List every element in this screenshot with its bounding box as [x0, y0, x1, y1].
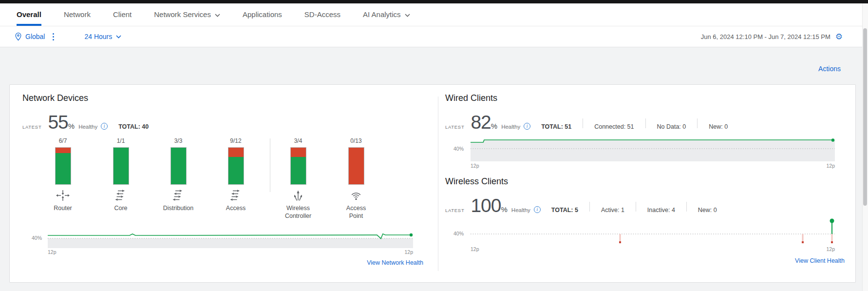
- stat-item: New: 0: [709, 123, 728, 130]
- tab-applications[interactable]: Applications: [243, 3, 282, 26]
- healthy-segment: [171, 148, 186, 184]
- latest-health-value: 100: [471, 195, 501, 216]
- device-healthy-ratio: 9/12: [212, 137, 259, 144]
- device-label: Distribution: [155, 204, 202, 212]
- device-category-access-point: 0/13AccessPoint: [333, 137, 379, 220]
- stat-divider: [697, 118, 698, 128]
- wireless-clients-title: Wireless Clients: [445, 176, 508, 187]
- device-health-bar[interactable]: [55, 147, 71, 185]
- x-axis-tick: 12p: [48, 249, 57, 255]
- actions-link[interactable]: Actions: [818, 65, 841, 73]
- info-icon[interactable]: i: [524, 123, 530, 130]
- time-range-selector[interactable]: 24 Hours: [84, 33, 121, 40]
- switch-icon: [212, 188, 259, 203]
- unhealthy-segment: [291, 148, 306, 157]
- tab-network[interactable]: Network: [64, 3, 91, 26]
- page-background: Actions Network Devices LATEST55%Healthy…: [0, 47, 868, 291]
- device-healthy-ratio: 0/13: [333, 137, 379, 144]
- date-range-controls: Jun 6, 2024 12:10 PM - Jun 7, 2024 12:15…: [701, 33, 843, 41]
- x-axis: 12p 12p: [471, 163, 835, 169]
- device-category-access: 9/12Access: [212, 137, 259, 212]
- router-icon: [39, 188, 86, 203]
- time-range-label: 24 Hours: [84, 33, 112, 40]
- latest-health-value: 82: [471, 112, 491, 133]
- device-label: AccessPoint: [333, 204, 379, 220]
- wired-clients-timeline-chart[interactable]: [471, 138, 835, 162]
- percent-sign: %: [68, 122, 75, 130]
- tab-sd-access[interactable]: SD-Access: [304, 3, 340, 26]
- device-health-bar[interactable]: [170, 147, 187, 185]
- total-count: TOTAL: 40: [118, 123, 149, 130]
- tab-label: AI Analytics: [363, 10, 401, 19]
- device-category-router: 6/7Router: [39, 137, 86, 212]
- tab-client[interactable]: Client: [113, 3, 132, 26]
- location-scope-selector[interactable]: Global: [25, 33, 45, 40]
- y-axis-tick: 40%: [19, 235, 42, 241]
- tab-label: SD-Access: [304, 10, 340, 19]
- device-label: Access: [212, 204, 259, 212]
- device-health-bar[interactable]: [348, 147, 364, 185]
- tab-label: Client: [113, 10, 132, 19]
- device-health-bar[interactable]: [113, 147, 129, 185]
- stat-divider: [589, 202, 590, 212]
- location-pin-icon: [15, 32, 22, 41]
- info-icon[interactable]: i: [101, 123, 108, 130]
- x-axis-tick: 12p: [404, 249, 413, 255]
- stat-item: Connected: 51: [594, 123, 634, 130]
- tab-label: Network Services: [154, 10, 211, 19]
- x-axis: 12p 12p: [471, 246, 835, 252]
- device-label: Router: [39, 204, 86, 212]
- device-label: Core: [97, 204, 144, 212]
- latest-label: LATEST: [445, 124, 464, 130]
- unhealthy-segment: [349, 148, 364, 184]
- scrollbar-thumb[interactable]: [863, 28, 867, 206]
- info-icon[interactable]: i: [534, 206, 541, 213]
- device-category-core: 1/1Core: [97, 137, 144, 212]
- chevron-down-icon: [215, 14, 220, 17]
- tab-overall[interactable]: Overall: [17, 3, 41, 26]
- stat-item: Active: 1: [601, 207, 624, 213]
- overall-health-card: Network Devices LATEST55%HealthyiTOTAL: …: [9, 84, 856, 283]
- device-healthy-ratio: 1/1: [97, 137, 144, 144]
- latest-label: LATEST: [445, 208, 464, 213]
- stat-item: No Data: 0: [657, 123, 686, 130]
- stat-divider: [636, 202, 636, 212]
- chevron-down-icon: [116, 35, 121, 39]
- network-health-timeline-chart[interactable]: [48, 233, 413, 248]
- tab-network-services[interactable]: Network Services: [154, 3, 220, 26]
- latest-health-value: 55: [48, 112, 68, 133]
- device-label: WirelessController: [275, 204, 321, 220]
- stat-item: Inactive: 4: [647, 207, 675, 213]
- view-network-health-link[interactable]: View Network Health: [367, 259, 423, 266]
- switch-icon: [155, 188, 202, 203]
- stat-divider: [686, 202, 687, 212]
- scrollbar-track[interactable]: [862, 3, 868, 291]
- switch-icon: [97, 188, 144, 203]
- device-group-divider: [270, 138, 270, 192]
- date-range-text: Jun 6, 2024 12:10 PM - Jun 7, 2024 12:15…: [701, 33, 830, 40]
- device-category-distribution: 3/3Distribution: [155, 137, 202, 212]
- network-devices-title: Network Devices: [22, 93, 88, 103]
- device-healthy-ratio: 6/7: [39, 137, 86, 144]
- location-menu-kebab-icon[interactable]: [53, 32, 54, 41]
- scope-toolbar: Global 24 Hours Jun 6, 2024 12:10 PM - J…: [0, 26, 868, 47]
- healthy-segment: [56, 153, 71, 185]
- healthy-label: Healthy: [511, 207, 530, 213]
- wired-clients-title: Wired Clients: [445, 93, 497, 103]
- network-devices-stat-row: LATEST55%HealthyiTOTAL: 40: [22, 112, 149, 133]
- tab-label: Overall: [17, 10, 41, 19]
- x-axis-tick: 12p: [826, 246, 835, 252]
- device-health-bar[interactable]: [290, 147, 306, 185]
- healthy-label: Healthy: [501, 124, 520, 130]
- healthy-segment: [113, 148, 129, 184]
- gear-icon[interactable]: ⚙: [835, 33, 843, 41]
- tab-ai-analytics[interactable]: AI Analytics: [363, 3, 410, 26]
- card-column-divider: [438, 97, 438, 271]
- device-health-bar[interactable]: [228, 147, 244, 185]
- healthy-segment: [291, 157, 306, 184]
- device-category-wireless-controller: 3/4WirelessController: [275, 137, 321, 220]
- access-point-icon: [333, 188, 379, 203]
- total-count: TOTAL: 51: [541, 123, 571, 130]
- wireless-clients-timeline-chart[interactable]: [471, 215, 835, 246]
- view-client-health-link[interactable]: View Client Health: [795, 257, 845, 264]
